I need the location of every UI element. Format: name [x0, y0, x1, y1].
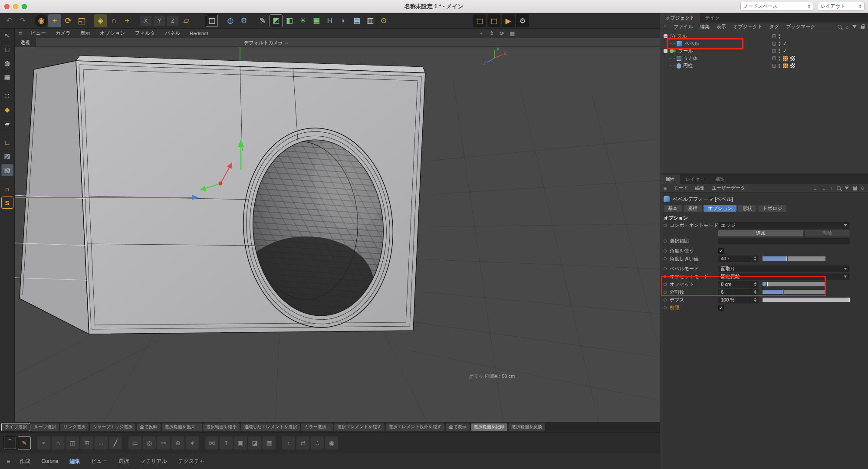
- scene-nodes-menu[interactable]: ▤: [350, 14, 363, 27]
- manager-tab[interactable]: オブジェクト: [660, 13, 700, 23]
- edges-mode-icon[interactable]: ◆: [1, 104, 13, 116]
- viewport-menu-item[interactable]: カメラ: [51, 29, 76, 38]
- attribute-tab[interactable]: 基本: [664, 205, 682, 212]
- use-angle-checkbox[interactable]: ✓: [718, 248, 724, 254]
- bottom-menu-item[interactable]: ビュー: [86, 453, 113, 469]
- polygon-pen-icon[interactable]: ✎: [18, 436, 31, 449]
- loop-cut-icon[interactable]: ◎: [143, 436, 156, 449]
- set-value-icon[interactable]: ⊞: [80, 436, 93, 449]
- keyframe-dot-icon[interactable]: [664, 257, 667, 260]
- manager-tab[interactable]: 構造: [710, 174, 730, 184]
- matrix-extrude-icon[interactable]: ▦: [263, 436, 276, 449]
- menu-hamburger-icon[interactable]: ≡: [3, 458, 14, 465]
- primitive-cube-menu[interactable]: ◧: [283, 14, 296, 27]
- selection-command-button[interactable]: ループ選択: [31, 423, 59, 431]
- subdivision-slider[interactable]: [763, 290, 825, 294]
- attribute-manager-menu-item[interactable]: モード: [670, 185, 692, 191]
- camera-label[interactable]: デフォルトカメラ ∷: [244, 38, 288, 47]
- manager-tab[interactable]: テイク: [700, 13, 725, 23]
- arc-tool-icon[interactable]: ⌒: [3, 436, 16, 449]
- layer-color-chip[interactable]: [772, 49, 776, 53]
- mirror-tool-icon[interactable]: ◫: [66, 436, 79, 449]
- subdivision-input[interactable]: 6: [718, 289, 758, 295]
- bottom-menu-item[interactable]: 作成: [14, 453, 36, 469]
- keyframe-dot-icon[interactable]: [664, 249, 667, 253]
- bridge-tool-icon[interactable]: ⋈: [205, 436, 218, 449]
- add-button[interactable]: 追加: [718, 230, 803, 236]
- lock-x-axis[interactable]: X: [140, 16, 151, 26]
- minimize-window-button[interactable]: [13, 4, 18, 9]
- depth-input[interactable]: 100 %: [718, 297, 758, 303]
- object-row-null[interactable]: ヌル: [660, 33, 868, 40]
- timeline-film-icon-2[interactable]: ▤: [487, 14, 500, 27]
- keyframe-dot-icon[interactable]: [664, 283, 667, 286]
- object-row-cube[interactable]: 立方体: [660, 55, 868, 62]
- weld-tool-icon[interactable]: ⊕: [171, 436, 184, 449]
- view-label-tab[interactable]: 透視: [15, 38, 36, 47]
- offset-mode-select[interactable]: 固定距離: [718, 273, 850, 280]
- selection-command-button[interactable]: 選択エレメントを隠す: [334, 423, 385, 431]
- coordinate-system-toggle[interactable]: ◈: [94, 14, 107, 27]
- keyframe-dot-icon[interactable]: [664, 291, 667, 294]
- offset-input[interactable]: 8 cm: [718, 281, 758, 288]
- viewport-menu-item[interactable]: 表示: [76, 29, 95, 38]
- snap-settings-icon[interactable]: S: [1, 197, 13, 209]
- angle-threshold-slider[interactable]: [763, 256, 825, 261]
- viewport-menu-item[interactable]: フィルタ: [130, 29, 160, 38]
- history-forward-icon[interactable]: →: [822, 186, 826, 191]
- selection-tag-icon[interactable]: [783, 63, 788, 68]
- keyframe-dot-icon[interactable]: [664, 239, 667, 243]
- perspective-viewport[interactable]: Y X Z 透視 デフォルトカメラ ∷ グリッド間隔 : 50 cm: [15, 38, 660, 422]
- selection-tag-icon[interactable]: [783, 56, 788, 61]
- light-menu[interactable]: ⊙: [377, 14, 390, 27]
- layer-color-chip[interactable]: [772, 34, 776, 38]
- polygons-mode-icon[interactable]: ▰: [1, 118, 13, 130]
- texture-mode-icon[interactable]: ◍: [1, 57, 13, 69]
- redo-icon[interactable]: ↷: [16, 14, 29, 27]
- object-row-cylinder[interactable]: 円柱: [660, 62, 868, 69]
- angle-threshold-input[interactable]: 40 °: [718, 256, 758, 262]
- timeline-film-icon-1[interactable]: ▤: [473, 14, 486, 27]
- keyframe-dot-icon[interactable]: [664, 298, 667, 302]
- render-picture-viewer-button[interactable]: ◍: [224, 14, 237, 27]
- selection-command-button[interactable]: 全て表示: [446, 423, 469, 431]
- brush-tool-icon[interactable]: ∗: [186, 436, 199, 449]
- visibility-dots-icon[interactable]: [779, 42, 780, 46]
- view-move-icon[interactable]: +: [478, 30, 484, 36]
- bottom-menu-item[interactable]: マテリアル: [135, 453, 172, 469]
- inner-extrude-icon[interactable]: ▣: [234, 436, 247, 449]
- slide-tool-icon[interactable]: ↔: [95, 436, 108, 449]
- delete-button[interactable]: 削除: [805, 230, 850, 236]
- scale-tool[interactable]: ◱: [75, 14, 88, 27]
- selection-command-button[interactable]: 全て反転: [137, 423, 160, 431]
- visibility-dots-icon[interactable]: [779, 34, 780, 39]
- panel-menu-icon[interactable]: ≡: [660, 24, 670, 30]
- keyframe-dot-icon[interactable]: [664, 224, 667, 227]
- offset-slider[interactable]: [763, 282, 825, 286]
- attribute-tab[interactable]: 座標: [684, 205, 702, 212]
- enabled-check-icon[interactable]: ✓: [783, 48, 787, 54]
- limit-checkbox[interactable]: ✓: [718, 305, 724, 311]
- live-selection-tool[interactable]: ◉: [35, 14, 48, 27]
- keyframe-dot-icon[interactable]: [664, 275, 667, 278]
- filter-icon[interactable]: [845, 187, 849, 190]
- collapse-toggle-icon[interactable]: [664, 49, 667, 53]
- attribute-tab[interactable]: 形状: [738, 205, 756, 212]
- volume-menu[interactable]: ◗: [337, 14, 350, 27]
- lock-z-axis[interactable]: Z: [167, 16, 178, 26]
- attribute-manager-menu-item[interactable]: ユーザーデータ: [708, 185, 749, 191]
- model-mode-icon[interactable]: ◻: [1, 43, 13, 56]
- selection-command-button[interactable]: リング選択: [60, 423, 89, 431]
- knife-tool-icon[interactable]: ╱: [109, 436, 122, 449]
- panel-menu-icon[interactable]: ≡: [660, 185, 670, 191]
- layer-color-chip[interactable]: [772, 42, 776, 46]
- phong-tag-icon[interactable]: [790, 56, 795, 61]
- object-manager-menu-item[interactable]: 表示: [713, 23, 730, 30]
- object-manager-menu-item[interactable]: オブジェクト: [730, 23, 766, 30]
- magnet-tool-icon[interactable]: ∩: [52, 436, 65, 449]
- mograph-menu[interactable]: ▦: [310, 14, 323, 27]
- object-manager-menu-item[interactable]: タグ: [766, 23, 783, 30]
- points-mode-icon[interactable]: ∷: [1, 90, 13, 102]
- view-rotate-icon[interactable]: ⟳: [499, 30, 505, 36]
- tweak-mode-icon[interactable]: ↖: [1, 30, 13, 42]
